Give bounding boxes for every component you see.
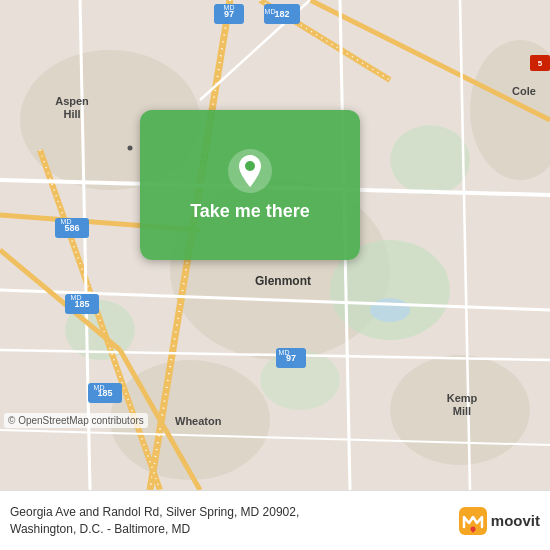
svg-text:Cole: Cole	[512, 85, 536, 97]
svg-point-56	[128, 146, 133, 151]
svg-text:182: 182	[274, 9, 289, 19]
svg-text:MD: MD	[94, 384, 105, 391]
svg-point-58	[245, 161, 255, 171]
svg-point-10	[370, 298, 410, 322]
moovit-label: moovit	[491, 512, 540, 529]
moovit-icon	[459, 507, 487, 535]
svg-text:5: 5	[538, 59, 543, 68]
svg-text:Wheaton: Wheaton	[175, 415, 222, 427]
svg-point-7	[390, 125, 470, 195]
svg-text:MD: MD	[61, 218, 72, 225]
svg-text:Glenmont: Glenmont	[255, 274, 311, 288]
svg-text:MD: MD	[71, 294, 82, 301]
take-me-there-overlay[interactable]: Take me there	[140, 110, 360, 260]
svg-text:MD: MD	[265, 8, 276, 15]
svg-text:Mill: Mill	[453, 405, 471, 417]
location-pin-icon	[228, 149, 272, 193]
svg-text:Kemp: Kemp	[447, 392, 478, 404]
address-line1: Georgia Ave and Randol Rd, Silver Spring…	[10, 505, 299, 519]
svg-text:Aspen: Aspen	[55, 95, 89, 107]
bottom-bar: Georgia Ave and Randol Rd, Silver Spring…	[0, 490, 550, 550]
svg-text:Hill: Hill	[63, 108, 80, 120]
take-me-there-button[interactable]: Take me there	[190, 201, 310, 222]
moovit-logo: moovit	[459, 507, 540, 535]
svg-text:MD: MD	[279, 349, 290, 356]
address-text: Georgia Ave and Randol Rd, Silver Spring…	[10, 504, 451, 538]
map-container: 182 MD 97 MD 586 MD 185 MD 97 MD 185 MD …	[0, 0, 550, 490]
svg-text:MD: MD	[224, 4, 235, 11]
address-line2: Washington, D.C. - Baltimore, MD	[10, 522, 190, 536]
map-attribution: © OpenStreetMap contributors	[4, 413, 148, 428]
